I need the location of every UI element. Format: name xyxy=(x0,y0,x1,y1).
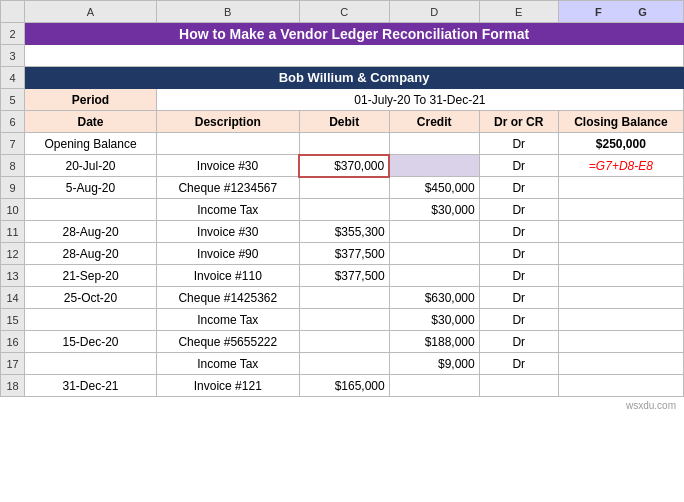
closing-cell: $250,000 xyxy=(558,133,683,155)
desc-cell: Cheque #1425362 xyxy=(156,287,299,309)
watermark: wsxdu.com xyxy=(626,400,676,411)
table-row: 10 Income Tax $30,000 Dr xyxy=(1,199,684,221)
debit-cell xyxy=(299,353,389,375)
table-row: 7 Opening Balance Dr $250,000 xyxy=(1,133,684,155)
table-row: 16 15-Dec-20 Cheque #5655222 $188,000 Dr xyxy=(1,331,684,353)
credit-cell xyxy=(389,221,479,243)
table-row: 18 31-Dec-21 Invoice #121 $165,000 xyxy=(1,375,684,397)
company-row: 4 Bob Willium & Company xyxy=(1,67,684,89)
desc-cell: Cheque #5655222 xyxy=(156,331,299,353)
row-num-14: 14 xyxy=(1,287,25,309)
date-cell xyxy=(25,309,157,331)
row-num-4: 4 xyxy=(1,67,25,89)
date-cell: 5-Aug-20 xyxy=(25,177,157,199)
table-row: 15 Income Tax $30,000 Dr xyxy=(1,309,684,331)
closing-cell xyxy=(558,309,683,331)
drcr-cell: Dr xyxy=(479,287,558,309)
row-num-7: 7 xyxy=(1,133,25,155)
empty-3 xyxy=(25,45,684,67)
closing-cell xyxy=(558,243,683,265)
drcr-cell: Dr xyxy=(479,243,558,265)
drcr-cell: Dr xyxy=(479,309,558,331)
row-num-12: 12 xyxy=(1,243,25,265)
debit-cell xyxy=(299,331,389,353)
date-cell: 31-Dec-21 xyxy=(25,375,157,397)
table-row: 17 Income Tax $9,000 Dr xyxy=(1,353,684,375)
closing-cell xyxy=(558,353,683,375)
debit-cell xyxy=(299,309,389,331)
desc-cell: Cheque #1234567 xyxy=(156,177,299,199)
row-num-15: 15 xyxy=(1,309,25,331)
main-title: How to Make a Vendor Ledger Reconciliati… xyxy=(25,23,684,45)
spreadsheet-table: A B C D E F G 2 How to Make a Vendor Led… xyxy=(0,0,684,397)
debit-cell xyxy=(299,133,389,155)
drcr-cell: Dr xyxy=(479,221,558,243)
closing-cell xyxy=(558,221,683,243)
col-header-row: A B C D E F G xyxy=(1,1,684,23)
credit-cell: $630,000 xyxy=(389,287,479,309)
date-cell: 15-Dec-20 xyxy=(25,331,157,353)
credit-cell xyxy=(389,243,479,265)
closing-cell xyxy=(558,265,683,287)
credit-cell-highlighted xyxy=(389,155,479,177)
col-header-e: E xyxy=(479,1,558,23)
row-num-9: 9 xyxy=(1,177,25,199)
closing-cell xyxy=(558,199,683,221)
debit-cell: $165,000 xyxy=(299,375,389,397)
row-num-16: 16 xyxy=(1,331,25,353)
desc-cell: Invoice #30 xyxy=(156,221,299,243)
debit-cell-highlighted: $370,000 xyxy=(299,155,389,177)
date-cell: Opening Balance xyxy=(25,133,157,155)
drcr-cell: Dr xyxy=(479,133,558,155)
col-header-c: C xyxy=(299,1,389,23)
table-row: 11 28-Aug-20 Invoice #30 $355,300 Dr xyxy=(1,221,684,243)
row-num-5: 5 xyxy=(1,89,25,111)
row-num-10: 10 xyxy=(1,199,25,221)
header-credit: Credit xyxy=(389,111,479,133)
empty-row-3: 3 xyxy=(1,45,684,67)
row-num-13: 13 xyxy=(1,265,25,287)
credit-cell: $188,000 xyxy=(389,331,479,353)
table-row: 13 21-Sep-20 Invoice #110 $377,500 Dr xyxy=(1,265,684,287)
debit-cell: $355,300 xyxy=(299,221,389,243)
date-cell: 25-Oct-20 xyxy=(25,287,157,309)
closing-cell xyxy=(558,331,683,353)
credit-cell: $30,000 xyxy=(389,309,479,331)
closing-cell xyxy=(558,287,683,309)
date-cell xyxy=(25,199,157,221)
date-cell: 21-Sep-20 xyxy=(25,265,157,287)
desc-cell: Income Tax xyxy=(156,199,299,221)
desc-cell: Invoice #110 xyxy=(156,265,299,287)
date-cell: 28-Aug-20 xyxy=(25,243,157,265)
date-cell: 20-Jul-20 xyxy=(25,155,157,177)
table-row: 8 20-Jul-20 Invoice #30 $370,000 Dr =G7+… xyxy=(1,155,684,177)
col-header-fg: F G xyxy=(558,1,683,23)
header-closing: Closing Balance xyxy=(558,111,683,133)
period-label-cell: Period xyxy=(25,89,157,111)
desc-cell: Income Tax xyxy=(156,353,299,375)
drcr-cell: Dr xyxy=(479,155,558,177)
col-header-a: A xyxy=(25,1,157,23)
drcr-cell: Dr xyxy=(479,177,558,199)
desc-cell: Invoice #90 xyxy=(156,243,299,265)
desc-cell: Income Tax xyxy=(156,309,299,331)
credit-cell: $9,000 xyxy=(389,353,479,375)
corner-cell xyxy=(1,1,25,23)
row-num-3: 3 xyxy=(1,45,25,67)
closing-cell xyxy=(558,177,683,199)
header-debit: Debit xyxy=(299,111,389,133)
debit-cell xyxy=(299,177,389,199)
table-row: 12 28-Aug-20 Invoice #90 $377,500 Dr xyxy=(1,243,684,265)
debit-cell xyxy=(299,199,389,221)
formula-cell[interactable]: =G7+D8-E8 xyxy=(558,155,683,177)
credit-cell xyxy=(389,265,479,287)
title-row: 2 How to Make a Vendor Ledger Reconcilia… xyxy=(1,23,684,45)
period-value-cell: 01-July-20 To 31-Dec-21 xyxy=(156,89,683,111)
header-drcr: Dr or CR xyxy=(479,111,558,133)
date-cell xyxy=(25,353,157,375)
company-name: Bob Willium & Company xyxy=(25,67,684,89)
drcr-cell: Dr xyxy=(479,353,558,375)
debit-cell: $377,500 xyxy=(299,265,389,287)
drcr-cell: Dr xyxy=(479,265,558,287)
closing-cell xyxy=(558,375,683,397)
